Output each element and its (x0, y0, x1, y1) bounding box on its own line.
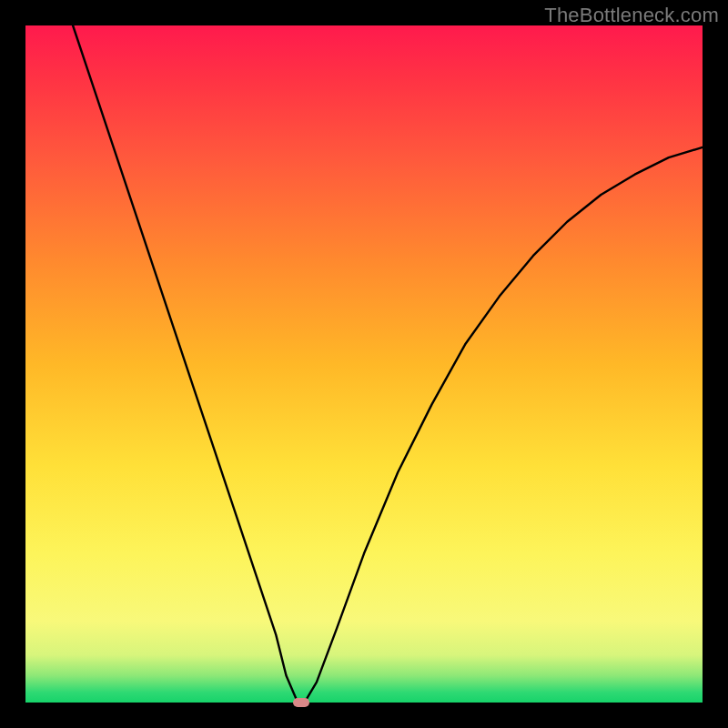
curve-path (73, 25, 703, 699)
attribution-text: TheBottleneck.com (544, 4, 719, 27)
optimal-point-marker (293, 698, 309, 707)
chart-curve (25, 25, 703, 703)
chart-frame (25, 25, 703, 703)
